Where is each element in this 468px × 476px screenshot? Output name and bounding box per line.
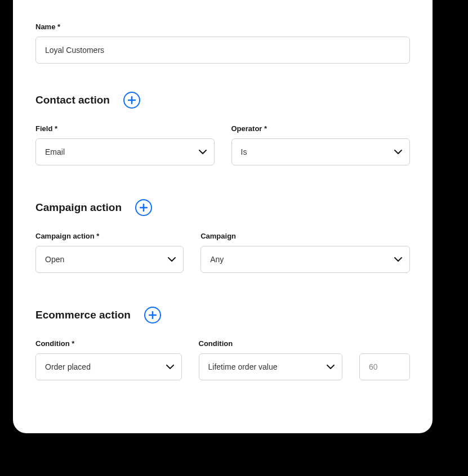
campaign-action-select-wrap: Open — [35, 246, 184, 273]
field-label: Field * — [35, 124, 215, 133]
operator-col: Operator * Is — [231, 124, 411, 165]
number-input[interactable] — [359, 353, 410, 380]
plus-icon — [128, 96, 136, 104]
name-input[interactable] — [35, 37, 410, 64]
campaign-action-select[interactable]: Open — [35, 246, 184, 273]
add-ecommerce-action-button[interactable] — [144, 307, 161, 324]
condition1-select-wrap: Order placed — [35, 353, 182, 380]
condition2-select[interactable]: Lifetime order value — [199, 353, 343, 380]
add-campaign-action-button[interactable] — [135, 199, 152, 216]
plus-icon — [149, 311, 157, 319]
operator-select[interactable]: Is — [231, 138, 411, 165]
number-col — [359, 339, 410, 380]
field-select-wrap: Email — [35, 138, 215, 165]
condition1-col: Condition * Order placed — [35, 339, 182, 380]
name-label: Name * — [35, 23, 410, 31]
condition1-select[interactable]: Order placed — [35, 353, 182, 380]
ecommerce-action-title: Ecommerce action — [35, 309, 131, 321]
form-card: Name * Contact action Field * Email Oper… — [13, 0, 433, 433]
condition1-label: Condition * — [35, 339, 182, 348]
campaign-action-row: Campaign action * Open Campaign Any — [35, 232, 410, 273]
contact-action-row: Field * Email Operator * Is — [35, 124, 410, 165]
condition2-select-wrap: Lifetime order value — [199, 353, 343, 380]
plus-icon — [140, 204, 148, 212]
condition2-label: Condition — [199, 339, 343, 348]
operator-select-wrap: Is — [231, 138, 411, 165]
name-field-group: Name * — [35, 23, 410, 64]
add-contact-action-button[interactable] — [123, 92, 140, 109]
condition2-col: Condition Lifetime order value — [199, 339, 343, 380]
field-col: Field * Email — [35, 124, 215, 165]
campaign-col: Campaign Any — [200, 232, 410, 273]
operator-label: Operator * — [231, 124, 411, 133]
campaign-label: Campaign — [200, 232, 410, 240]
field-select[interactable]: Email — [35, 138, 215, 165]
campaign-action-col: Campaign action * Open — [35, 232, 184, 273]
campaign-select[interactable]: Any — [200, 246, 410, 273]
campaign-select-wrap: Any — [200, 246, 410, 273]
campaign-action-label: Campaign action * — [35, 232, 184, 240]
contact-action-title: Contact action — [35, 94, 110, 106]
contact-action-header: Contact action — [35, 92, 410, 109]
ecommerce-action-row: Condition * Order placed Condition Lifet… — [35, 339, 410, 380]
campaign-action-title: Campaign action — [35, 201, 122, 214]
ecommerce-action-header: Ecommerce action — [35, 307, 410, 324]
campaign-action-header: Campaign action — [35, 199, 410, 216]
